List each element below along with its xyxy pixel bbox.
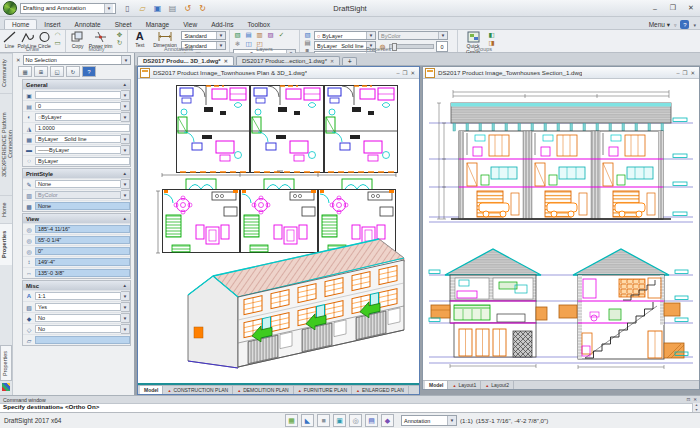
help-icon[interactable]: ? [82,66,96,77]
undock-icon[interactable]: ⊡ [686,397,690,402]
sheet-tab-layout1[interactable]: ▲Layout1 [448,381,481,389]
annotation-scale-dropdown[interactable]: Annotation ▼ [401,415,457,426]
selection-dropdown[interactable]: No Selection ▼ [23,55,131,65]
plan3d-window-titlebar[interactable]: DS2017 Product Image_Townhouses Plan & 3… [138,67,419,79]
tab-view[interactable]: View [176,20,204,29]
sheet-tab-construction-plan[interactable]: ▲CONSTRUCTION PLAN [163,386,233,394]
prop-row-linescale[interactable]: ◮1.0000 [23,122,130,133]
edit-group-icon[interactable]: ◧ [487,31,496,39]
sheet-tab-demolition-plan[interactable]: ▲DEMOLITION PLAN [233,386,294,394]
tab-annotate[interactable]: Annotate [68,20,108,29]
sidebar-tab-3dexperience[interactable]: 3DEXPERIENCE Platform Connection [0,93,12,195]
color-swatch-icon: ▣ [23,92,35,99]
layer-preview-icon[interactable]: ▤ [244,31,253,39]
prop-row-color[interactable]: ▣▼ [23,89,130,100]
sheet-tab-layout2[interactable]: ▲Layout2 [481,381,514,389]
esnap-toggle-icon[interactable] [349,414,362,427]
prop-row-ucs-icon-on[interactable]: ▧Yes▼ [23,301,130,312]
properties-painter-icon[interactable]: ▧ [303,31,312,39]
prop-row-printcolor[interactable]: ▥ByColor▼ [23,189,130,200]
section-misc-header[interactable]: Misc▲ [23,281,130,290]
text-style-dropdown[interactable]: Standard ▼ [181,31,226,40]
new-document-tab-button[interactable]: + [342,57,357,65]
layer-manager-icon[interactable]: ▧ [233,31,242,39]
etrack-toggle-icon[interactable] [365,414,378,427]
sheet-tab-model[interactable]: Model [140,386,163,394]
maximize-button[interactable]: ❒ [664,2,682,15]
refresh-icon[interactable]: ↻ [66,66,80,77]
prop-row-layer[interactable]: ▤0▼ [23,100,130,111]
help-icon[interactable]: ? [680,20,689,29]
sheet-tab-model[interactable]: Model [425,381,448,389]
select-entities-icon[interactable]: ▦ [18,66,32,77]
section-printstyle-header[interactable]: PrintStyle▲ [23,169,130,178]
select-all-icon[interactable]: ◱ [50,66,64,77]
chevron-down-icon[interactable]: ▾ [693,22,696,28]
grid-toggle-icon[interactable] [301,414,314,427]
tab-home[interactable]: Home [4,19,37,29]
window-minimize-icon[interactable]: – [676,70,679,76]
section-general-header[interactable]: General▲ [23,80,130,89]
tab-sheet[interactable]: Sheet [108,20,139,29]
document-tab-bar: DS2017 Produ... 3D_1.dwg*✕ DS2017 Produc… [135,53,700,66]
prop-row-linestyle[interactable]: ▦ByLayerSolid line▼ [23,133,130,144]
tab-manage[interactable]: Manage [139,20,177,29]
snap-toggle-icon[interactable] [285,414,298,427]
prop-row-lineweight[interactable]: ▬—— ByLayer▼ [23,144,130,155]
print-icon[interactable] [166,2,179,15]
window-maximize-icon[interactable]: ❒ [402,70,407,76]
section-window-titlebar[interactable]: DS2017 Product Image_Townhouses Section_… [423,67,699,79]
close-icon[interactable]: ✕ [693,397,697,402]
tab-addins[interactable]: Add-Ins [204,20,240,29]
line-color-dropdown[interactable]: ○ ByLayer ▼ [314,31,376,40]
tab-insert[interactable]: Insert [37,20,67,29]
prop-row-printtable[interactable]: ▩None [23,200,130,211]
palette-close-icon[interactable]: ✕ [16,57,21,63]
minimize-button[interactable]: – [646,2,664,15]
menu-button[interactable]: Menu ▾ [649,21,670,29]
sidebar-tab-properties[interactable]: Properties [0,223,12,265]
palette-tab-properties[interactable]: Properties [0,345,12,381]
window-close-icon[interactable]: ✕ [690,70,695,76]
tab-toolbox[interactable]: Toolbox [241,20,277,29]
sidebar-tab-home[interactable]: Home [0,195,12,223]
sheet-tab-enlarged-plan[interactable]: ▲ENLARGED PLAN [352,386,409,394]
sheet-tab-furniture-plan[interactable]: ▲FURNITURE PLAN [294,386,352,394]
layer-states-icon[interactable]: ▥ [255,31,264,39]
redo-icon[interactable] [196,2,209,15]
ribbon-collapse-icon[interactable]: ▿ [674,22,677,28]
doc-tab-section[interactable]: DS2017 Produc...ection_1.dwg*✕ [236,56,340,65]
prop-row-annotation-scale[interactable]: A1:1▼ [23,290,130,301]
new-file-icon[interactable] [121,2,134,15]
layer-check-icon[interactable]: ✓ [277,31,286,39]
close-button[interactable]: ✕ [682,2,700,15]
doc-tab-plan3d[interactable]: DS2017 Produ... 3D_1.dwg*✕ [137,56,234,65]
lineweight-toggle-icon[interactable] [381,414,394,427]
prop-row-transparency[interactable]: ◌ByLayer [23,155,130,166]
arc-tool-icon[interactable]: ◠ [53,31,62,39]
save-icon[interactable] [151,2,164,15]
close-icon[interactable]: ✕ [330,58,334,64]
sidebar-tab-community[interactable]: Community [0,53,12,93]
polar-toggle-icon[interactable] [333,414,346,427]
layer-tools-icon[interactable]: ▨ [266,31,275,39]
section-view-header[interactable]: View▲ [23,214,130,223]
window-close-icon[interactable]: ✕ [410,70,415,76]
print-style-dropdown[interactable]: ByColor ▼ [378,31,448,40]
command-window-header[interactable]: Command window ⊡ ✕ [0,396,700,404]
quick-select-icon[interactable]: ⊞ [34,66,48,77]
workspace-selector[interactable]: Drafting and Annotation ▼ [20,3,116,14]
window-maximize-icon[interactable]: ❒ [682,70,687,76]
prop-row-linecolor[interactable]: ◐○ ByLayer▼ [23,111,130,122]
window-minimize-icon[interactable]: – [396,70,399,76]
undo-icon[interactable] [181,2,194,15]
open-file-icon[interactable] [136,2,149,15]
prop-row-ucs-origin[interactable]: ◆No▼ [23,312,130,323]
plan3d-drawing-canvas[interactable] [138,79,419,383]
section-drawing-canvas[interactable] [423,79,699,380]
prop-row-printstyle[interactable]: ✎None▼ [23,178,130,189]
ortho-toggle-icon[interactable] [317,414,330,427]
prop-row-ucs-per-view[interactable]: ◇No▼ [23,323,130,334]
move-tool-icon[interactable]: ✥ [115,31,124,39]
close-icon[interactable]: ✕ [224,58,228,64]
